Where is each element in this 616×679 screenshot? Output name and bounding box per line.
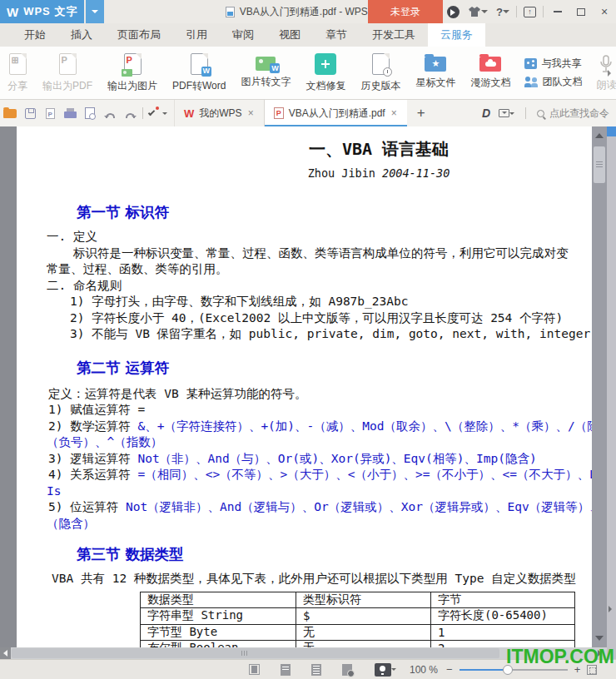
globe-button[interactable] — [443, 0, 464, 23]
tab-document[interactable]: VBA从入门到精通.pdf × — [264, 100, 407, 126]
eye-protect-button[interactable] — [375, 663, 391, 677]
ribbon-tab-section[interactable]: 章节 — [313, 23, 360, 47]
export-pdf-quick-button[interactable] — [40, 104, 60, 122]
ribbon-tab-page-layout[interactable]: 页面布局 — [105, 23, 173, 47]
doc-line: 3) 不能与 VB 保留字重名，如 public, private, dim, … — [70, 326, 616, 343]
vertical-scrollbar[interactable] — [592, 126, 607, 647]
vertical-scroll-thumb[interactable] — [594, 146, 605, 183]
shared-with-me-button[interactable]: 与我共享 — [524, 57, 582, 71]
wps-menu-button[interactable]: W WPS 文字 — [0, 0, 84, 23]
divider — [525, 107, 526, 119]
doc-line: 定义：运算符是代表 VB 某种运算功能的符号。 — [48, 386, 616, 403]
doc-date: 2004-11-30 — [382, 166, 450, 180]
doc-line: 3) 逻辑运算符 Not（非）、And（与）、Or(或)、Xor(异或)、Eqv… — [48, 451, 616, 468]
sidebar-toggle-button[interactable] — [607, 126, 616, 136]
minimize-button[interactable] — [546, 0, 569, 23]
titlebar: W WPS 文字 VBA从入门到精通.pdf - WPS 文字 未登录 ? ↑ — [0, 0, 616, 23]
fullscreen-button[interactable] — [587, 665, 597, 675]
tab-my-wps-label: 我的WPS — [199, 107, 241, 121]
doc-repair-button[interactable]: 文档修复 — [298, 47, 353, 99]
close-button[interactable]: × — [593, 0, 616, 23]
zoom-slider[interactable] — [460, 669, 568, 671]
team-docs-label: 团队文档 — [542, 75, 582, 89]
doc-line: 4) 关系运算符 =（相同）、<>（不等）、>（大于）、<（小于）、>=（不小于… — [48, 467, 616, 483]
save-button[interactable] — [20, 104, 40, 122]
ribbon-toolbar: ⊞ 分享 P 输出为PDF P 输出为图片 W PDF转Word W 图片转文字… — [0, 47, 616, 100]
zoom-slider-knob[interactable] — [503, 665, 513, 675]
wps-menu-caret[interactable] — [86, 0, 104, 23]
print-button[interactable] — [60, 104, 80, 122]
help-button[interactable]: ? — [492, 0, 514, 23]
document-icon — [226, 7, 235, 17]
pdf-to-word-label: PDF转Word — [172, 79, 226, 93]
page-view-button[interactable] — [279, 663, 291, 676]
print-preview-button[interactable] — [80, 104, 100, 122]
close-tab-icon[interactable]: × — [390, 107, 398, 119]
ribbon-tab-home[interactable]: 开始 — [12, 23, 58, 47]
table-cell: 字符长度(0-65400) — [431, 608, 575, 625]
tabbar-right-tools: D 点此查找命令 — [482, 107, 616, 121]
starred-files-button[interactable]: ★ 星标文件 — [408, 47, 463, 99]
document-page[interactable]: 一、VBA 语言基础 Zhou Jibin 2004-11-30 第一节 标识符… — [17, 126, 616, 659]
close-tab-icon[interactable]: × — [247, 107, 255, 119]
tab-my-wps[interactable]: W 我的WPS × — [174, 100, 264, 126]
scroll-up-button[interactable] — [592, 128, 607, 141]
pdf-to-word-button[interactable]: W PDF转Word — [165, 47, 233, 99]
export-image-button[interactable]: P 输出为图片 — [100, 47, 165, 99]
horizontal-scroll-thumb[interactable] — [12, 648, 499, 658]
read-aloud-label: 朗读 — [596, 78, 616, 92]
sidebar-expand-icon[interactable] — [609, 606, 615, 612]
export-pdf-label: 输出为PDF — [42, 79, 92, 93]
roaming-docs-button[interactable]: 漫游文档 — [463, 47, 518, 99]
doc-line: 2) 数学运算符 &、+（字符连接符）、+(加)、-（减）、Mod（取余）、\（… — [48, 419, 616, 435]
ribbon-tab-references[interactable]: 引用 — [173, 23, 220, 47]
caret-down-icon — [503, 10, 509, 17]
export-pdf-button[interactable]: P 输出为PDF — [35, 47, 100, 99]
ribbon-tab-insert[interactable]: 插入 — [58, 23, 105, 47]
skin-button[interactable] — [464, 0, 492, 23]
scroll-right-button[interactable] — [598, 650, 605, 657]
login-button[interactable]: 未登录 — [368, 0, 443, 23]
horizontal-scrollbar[interactable] — [0, 647, 607, 659]
scroll-down-button[interactable] — [592, 632, 607, 646]
doc-byline: Zhou Jibin 2004-11-30 — [17, 166, 616, 180]
starred-files-label: 星标文件 — [415, 76, 455, 90]
statusbar: 100 % − + — [0, 659, 616, 679]
outline-view-button[interactable] — [310, 663, 322, 676]
history-label: 历史版本 — [360, 79, 400, 93]
preview-view-button[interactable] — [340, 663, 353, 676]
outline-view-icon — [311, 664, 321, 676]
scroll-left-button[interactable] — [0, 647, 11, 659]
new-tab-button[interactable]: + — [407, 105, 435, 121]
ribbon-tab-dev-tools[interactable]: 开发工具 — [360, 23, 428, 47]
share-label: 分享 — [7, 79, 27, 93]
zoom-out-button[interactable]: − — [446, 663, 453, 676]
roaming-folder-icon — [479, 57, 501, 72]
doc-line: 1) 字母打头，由字母、数字和下划线组成，如 A987b_23Abc — [70, 294, 616, 310]
fit-page-view-button[interactable] — [248, 663, 261, 676]
search-icon — [537, 110, 544, 117]
ribbon-overflow-button[interactable] — [608, 68, 614, 78]
share-button[interactable]: ⊞ 分享 — [0, 47, 35, 99]
find-command-button[interactable]: 点此查找命令 — [537, 107, 609, 121]
ribbon-tab-view[interactable]: 视图 — [266, 23, 313, 47]
maximize-button[interactable] — [569, 0, 593, 23]
docer-button[interactable]: D — [482, 107, 490, 120]
proofing-dropdown-button[interactable] — [146, 105, 162, 121]
ribbon-tab-cloud[interactable]: 云服务 — [428, 23, 485, 47]
send-dropdown-button[interactable] — [499, 109, 514, 117]
ribbon-tab-review[interactable]: 审阅 — [220, 23, 266, 47]
team-docs-button[interactable]: 团队文档 — [524, 75, 582, 89]
doc-title: 一、VBA 语言基础 — [17, 138, 616, 161]
image-to-text-button[interactable]: W 图片转文字 — [233, 47, 298, 99]
shared-with-me-icon — [524, 58, 537, 69]
ribbon-collapse-button[interactable]: ↑ — [519, 0, 540, 23]
document-tabbar: W 我的WPS × VBA从入门到精通.pdf × + D 点此查找命令 — [0, 100, 616, 126]
shared-with-me-label: 与我共享 — [541, 57, 581, 71]
history-button[interactable]: 历史版本 — [353, 47, 408, 99]
undo-button[interactable] — [100, 104, 120, 122]
open-file-button[interactable] — [0, 104, 20, 122]
zoom-in-button[interactable]: + — [574, 663, 581, 676]
redo-button[interactable] — [120, 104, 140, 122]
table-cell: 1 — [431, 624, 575, 641]
